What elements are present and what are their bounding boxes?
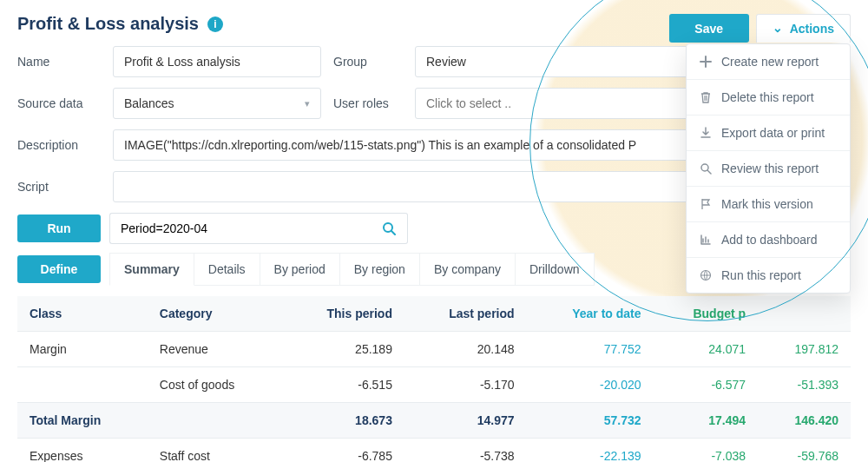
trash-icon [699,91,713,103]
source-data-select[interactable]: Balances ▾ [113,88,321,119]
define-button[interactable]: Define [17,255,101,283]
cell-budget: 17.494 [654,403,759,439]
cell-category [148,403,283,439]
th-this-period[interactable]: This period [282,296,404,332]
cell-col7: 197.812 [758,332,851,367]
plus-icon [699,56,713,68]
th-category[interactable]: Category [148,296,283,332]
search-icon [382,221,396,235]
cell-category: Revenue [148,332,283,367]
menu-review-report[interactable]: Review this report [687,150,850,186]
results-table: Class Category This period Last period Y… [17,296,851,462]
menu-export-print[interactable]: Export data or print [687,115,850,150]
label-source-data: Source data [17,96,101,110]
cell-budget: -6.577 [654,367,759,403]
cell-last_period: 20.148 [404,332,527,367]
download-icon [699,127,713,139]
table-row: Cost of goods-6.515-5.170-20.020-6.577-5… [17,367,851,403]
cell-last_period: -5.738 [404,439,527,463]
actions-dropdown-toggle[interactable]: ⌄ Actions [756,14,851,43]
globe-icon [699,269,713,281]
menu-item-label: Export data or print [721,126,825,140]
chevron-down-icon: ⌄ [773,21,783,35]
tab-summary[interactable]: Summary [109,253,194,286]
menu-item-label: Run this report [721,268,801,282]
cell-this_period: -6.785 [282,439,404,463]
menu-item-label: Review this report [721,162,819,175]
menu-item-label: Add to dashboard [721,233,818,247]
cell-this_period: 25.189 [282,332,404,367]
table-row: MarginRevenue25.18920.14877.75224.071197… [17,332,851,367]
tab-details[interactable]: Details [194,253,260,286]
cell-last_period: -5.170 [404,367,527,403]
th-last-period[interactable]: Last period [404,296,527,332]
th-year-to-date[interactable]: Year to date [527,296,654,332]
menu-run-report[interactable]: Run this report [687,257,850,293]
info-icon[interactable]: i [207,16,223,32]
menu-add-dashboard[interactable]: Add to dashboard [687,221,850,257]
run-button[interactable]: Run [17,214,101,242]
cell-category: Staff cost [148,439,283,463]
label-script: Script [17,180,101,194]
th-class[interactable]: Class [17,296,148,332]
page-title: Profit & Loss analysis [17,14,199,34]
cell-ytd: 77.752 [527,332,654,367]
period-search-button[interactable] [370,213,408,244]
cell-class: Margin [17,332,148,367]
actions-label: Actions [790,22,834,36]
cell-budget: -7.038 [654,439,759,463]
cell-last_period: 14.977 [404,403,527,439]
cell-ytd: 57.732 [527,403,654,439]
menu-item-label: Mark this version [721,197,813,211]
cell-ytd: -22.139 [527,439,654,463]
label-group: Group [333,55,403,69]
menu-mark-version[interactable]: Mark this version [687,186,850,221]
cell-budget: 24.071 [654,332,759,367]
cell-this_period: -6.515 [282,367,404,403]
menu-create-new-report[interactable]: Create new report [687,44,850,79]
cell-class [17,367,148,403]
cell-class: Expenses [17,439,148,463]
cell-col7: 146.420 [758,403,851,439]
chevron-down-icon: ▾ [305,98,310,109]
menu-item-label: Delete this report [721,90,814,104]
save-button[interactable]: Save [669,14,749,43]
tab-drilldown[interactable]: Drilldown [516,253,595,286]
magnify-icon [699,162,713,175]
chart-icon [699,234,713,246]
label-name: Name [17,55,101,69]
name-input[interactable] [113,46,321,77]
flag-icon [699,198,713,210]
th-col7[interactable] [758,296,851,332]
tabs: Summary Details By period By region By c… [109,253,595,286]
actions-menu: Create new report Delete this report Exp… [686,43,851,294]
cell-col7: -59.768 [758,439,851,463]
cell-category: Cost of goods [148,367,283,403]
tab-by-region[interactable]: By region [340,253,420,286]
cell-ytd: -20.020 [527,367,654,403]
table-row: ExpensesStaff cost-6.785-5.738-22.139-7.… [17,439,851,463]
tab-by-period[interactable]: By period [260,253,340,286]
tab-by-company[interactable]: By company [420,253,516,286]
table-row: Total Margin18.67314.97757.73217.494146.… [17,403,851,439]
menu-delete-report[interactable]: Delete this report [687,79,850,115]
cell-col7: -51.393 [758,367,851,403]
cell-this_period: 18.673 [282,403,404,439]
menu-item-label: Create new report [721,55,819,69]
th-budget-p[interactable]: Budget p [654,296,759,332]
label-description: Description [17,138,101,152]
cell-class: Total Margin [17,403,148,439]
label-user-roles: User roles [333,96,403,110]
period-input[interactable] [109,213,370,244]
source-data-value: Balances [124,96,174,110]
